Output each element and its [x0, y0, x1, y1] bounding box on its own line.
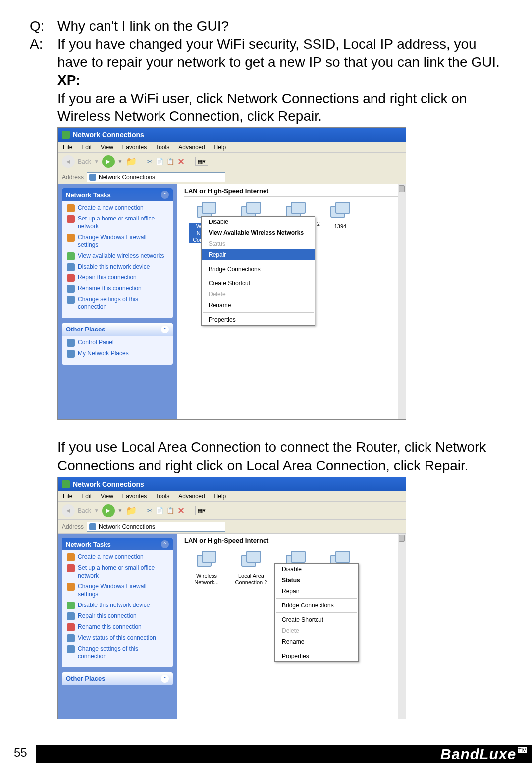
address-field[interactable]: Network Connections [87, 172, 225, 182]
menu-tools[interactable]: Tools [156, 144, 169, 151]
cut-button[interactable]: ✂ [147, 158, 153, 165]
menu-help[interactable]: Help [214, 493, 226, 500]
context-menu-item[interactable]: Disable [202, 217, 315, 227]
task-link[interactable]: Rename this connection [67, 623, 168, 631]
task-link[interactable]: Rename this connection [67, 285, 168, 293]
address-bar: Address Network Connections [58, 520, 406, 534]
forward-button[interactable]: ► [102, 504, 115, 517]
context-menu-item[interactable]: Properties [275, 651, 358, 661]
task-link[interactable]: Repair this connection [67, 274, 168, 282]
back-dropdown-icon[interactable]: ▼ [94, 159, 99, 164]
task-link[interactable]: Disable this network device [67, 602, 168, 609]
context-menu-item[interactable]: Repair [275, 586, 358, 597]
views-button[interactable]: ▦▾ [195, 157, 208, 166]
answer-label: A: [30, 35, 57, 71]
context-menu-item[interactable]: Rename [275, 636, 358, 647]
other-places-header[interactable]: Other Places ⌃ [62, 672, 173, 685]
connection-icon[interactable]: Wireless Network... [189, 551, 224, 586]
task-link[interactable]: Set up a home or small office network [67, 215, 168, 230]
app-icon [62, 480, 70, 488]
menu-edit[interactable]: Edit [81, 144, 92, 151]
menu-tools[interactable]: Tools [156, 493, 169, 500]
context-menu[interactable]: DisableView Available Wireless NetworksS… [201, 216, 315, 326]
task-link[interactable]: View status of this connection [67, 634, 168, 642]
task-link[interactable]: Change Windows Firewall settings [67, 234, 168, 249]
fwd-dropdown-icon[interactable]: ▼ [118, 508, 123, 513]
network-tasks-header[interactable]: Network Tasks ⌃ [62, 188, 173, 201]
menu-advanced[interactable]: Advanced [178, 493, 205, 500]
task-link[interactable]: Change settings of this connection [67, 645, 168, 660]
paste-button[interactable]: 📋 [166, 158, 174, 165]
task-link[interactable]: Repair this connection [67, 612, 168, 620]
connection-icon[interactable]: Local Area Connection 2 [234, 551, 268, 586]
forward-button[interactable]: ► [102, 155, 115, 168]
views-button[interactable]: ▦▾ [195, 506, 208, 515]
context-menu-item[interactable]: Status [275, 575, 358, 586]
toolbar: ◄ Back ▼ ► ▼ 📁 ✂ 📄 📋 ✕ ▦▾ [58, 153, 406, 170]
context-menu-item[interactable]: Create Shortcut [275, 614, 358, 625]
menubar[interactable]: FileEditViewFavoritesToolsAdvancedHelp [58, 142, 406, 153]
context-menu-item[interactable]: View Available Wireless Networks [202, 227, 315, 238]
task-link[interactable]: Create a new connection [67, 204, 168, 212]
task-link[interactable]: Change Windows Firewall settings [67, 583, 168, 598]
cut-button[interactable]: ✂ [147, 507, 153, 514]
back-button[interactable]: ◄ [62, 155, 75, 168]
context-menu-item[interactable]: Bridge Connections [202, 264, 315, 275]
paste-button[interactable]: 📋 [166, 507, 174, 514]
top-rule [36, 10, 502, 10]
task-link[interactable]: Disable this network device [67, 263, 168, 271]
task-link[interactable]: Set up a home or small office network [67, 564, 168, 580]
copy-button[interactable]: 📄 [156, 507, 163, 514]
task-link[interactable]: View available wireless networks [67, 252, 168, 260]
collapse-icon[interactable]: ⌃ [161, 540, 169, 548]
menu-file[interactable]: File [63, 144, 72, 151]
copy-button[interactable]: 📄 [156, 158, 163, 165]
menu-file[interactable]: File [63, 493, 72, 500]
menu-favorites[interactable]: Favorites [122, 144, 147, 151]
back-dropdown-icon[interactable]: ▼ [94, 508, 99, 513]
menu-help[interactable]: Help [214, 144, 226, 151]
delete-button[interactable]: ✕ [177, 505, 185, 516]
delete-button[interactable]: ✕ [177, 156, 185, 167]
window-titlebar[interactable]: Network Connections [58, 128, 406, 142]
context-menu-item[interactable]: Repair [202, 249, 315, 260]
context-menu-item[interactable]: Create Shortcut [202, 278, 315, 289]
back-button[interactable]: ◄ [62, 504, 75, 517]
menu-view[interactable]: View [101, 144, 113, 151]
side-panel: Network Tasks ⌃ Create a new connectionS… [58, 534, 177, 719]
task-label: Change settings of this connection [78, 296, 168, 311]
task-label: Create a new connection [78, 553, 144, 561]
place-link[interactable]: Control Panel [67, 339, 168, 347]
menubar[interactable]: FileEditViewFavoritesToolsAdvancedHelp [58, 491, 406, 502]
fwd-dropdown-icon[interactable]: ▼ [118, 159, 123, 164]
context-menu-item: Status [202, 238, 315, 249]
collapse-icon[interactable]: ⌃ [161, 675, 169, 683]
address-field[interactable]: Network Connections [87, 522, 225, 532]
menu-advanced[interactable]: Advanced [178, 144, 205, 151]
menu-view[interactable]: View [101, 493, 113, 500]
context-menu-item[interactable]: Rename [202, 300, 315, 311]
question-text: Why can't I link on the GUI? [57, 17, 502, 35]
menu-edit[interactable]: Edit [81, 493, 92, 500]
task-label: Disable this network device [78, 602, 150, 609]
up-folder-button[interactable]: 📁 [126, 156, 137, 167]
other-places-header[interactable]: Other Places ⌃ [62, 323, 173, 336]
connection-icon[interactable]: 1394 [323, 202, 358, 243]
task-icon [67, 274, 75, 282]
scrollbar[interactable] [398, 184, 406, 419]
menu-favorites[interactable]: Favorites [122, 493, 147, 500]
context-menu-item[interactable]: Bridge Connections [275, 600, 358, 611]
context-menu[interactable]: DisableStatusRepairBridge ConnectionsCre… [274, 563, 359, 662]
place-icon [67, 339, 75, 347]
context-menu-item[interactable]: Disable [275, 564, 358, 575]
up-folder-button[interactable]: 📁 [126, 505, 137, 516]
collapse-icon[interactable]: ⌃ [161, 326, 169, 333]
scrollbar[interactable] [398, 534, 406, 719]
context-menu-item[interactable]: Properties [202, 314, 315, 325]
collapse-icon[interactable]: ⌃ [161, 191, 169, 199]
network-tasks-header[interactable]: Network Tasks ⌃ [62, 538, 173, 550]
place-link[interactable]: My Network Places [67, 350, 168, 358]
task-link[interactable]: Change settings of this connection [67, 296, 168, 311]
task-link[interactable]: Create a new connection [67, 553, 168, 561]
window-titlebar[interactable]: Network Connections [58, 477, 406, 491]
